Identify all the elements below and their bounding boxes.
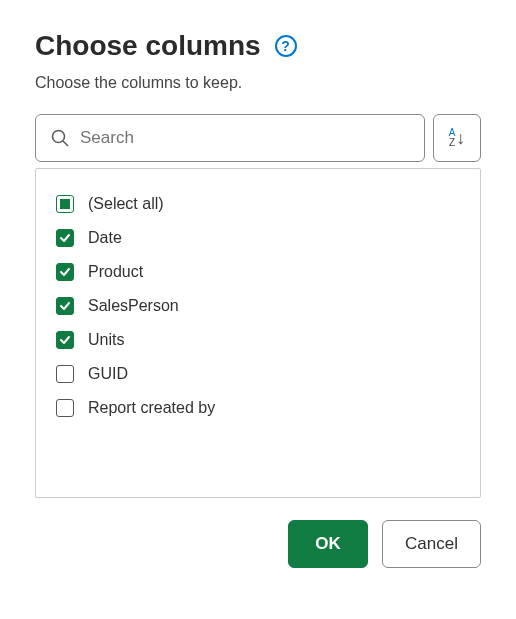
column-item-salesperson[interactable]: SalesPerson [56, 289, 460, 323]
column-label: Units [88, 331, 124, 349]
select-all-item[interactable]: (Select all) [56, 187, 460, 221]
column-item-product[interactable]: Product [56, 255, 460, 289]
select-all-label: (Select all) [88, 195, 164, 213]
column-item-report-created-by[interactable]: Report created by [56, 391, 460, 425]
checkbox-report-created-by[interactable] [56, 399, 74, 417]
checkbox-product[interactable] [56, 263, 74, 281]
svg-point-0 [53, 131, 65, 143]
column-label: Product [88, 263, 143, 281]
checkbox-units[interactable] [56, 331, 74, 349]
ok-button[interactable]: OK [288, 520, 368, 568]
search-input[interactable] [80, 128, 410, 148]
checkbox-date[interactable] [56, 229, 74, 247]
sort-az-icon: A Z ↓ [449, 128, 466, 148]
dialog-subtitle: Choose the columns to keep. [35, 74, 481, 92]
dialog-header: Choose columns ? [35, 30, 481, 62]
search-row: A Z ↓ [35, 114, 481, 162]
checkbox-guid[interactable] [56, 365, 74, 383]
column-label: Report created by [88, 399, 215, 417]
column-label: GUID [88, 365, 128, 383]
column-item-date[interactable]: Date [56, 221, 460, 255]
checkbox-salesperson[interactable] [56, 297, 74, 315]
column-item-guid[interactable]: GUID [56, 357, 460, 391]
column-label: Date [88, 229, 122, 247]
search-wrapper[interactable] [35, 114, 425, 162]
search-icon [50, 128, 70, 148]
svg-line-1 [63, 141, 68, 146]
column-item-units[interactable]: Units [56, 323, 460, 357]
column-list: (Select all) Date Product SalesPerson Un… [35, 168, 481, 498]
dialog-title: Choose columns [35, 30, 261, 62]
sort-button[interactable]: A Z ↓ [433, 114, 481, 162]
help-icon[interactable]: ? [275, 35, 297, 57]
column-label: SalesPerson [88, 297, 179, 315]
cancel-button[interactable]: Cancel [382, 520, 481, 568]
dialog-buttons: OK Cancel [35, 520, 481, 568]
select-all-checkbox[interactable] [56, 195, 74, 213]
